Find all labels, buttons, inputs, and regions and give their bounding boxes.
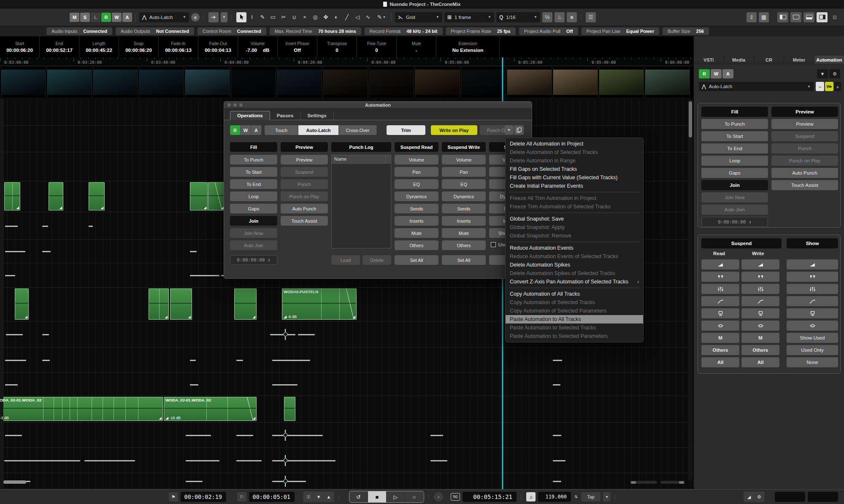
right-tab-automation[interactable]: Automation (814, 56, 844, 64)
right-tab-meter[interactable]: Meter (784, 56, 814, 64)
suspend-read-others-button[interactable]: Others (395, 240, 438, 250)
info-field-snap[interactable]: Snap00:00:06:20 (119, 36, 159, 57)
right-tab-cr[interactable]: CR (754, 56, 784, 64)
menu-item[interactable]: Freeze All Trim Automation in Project (506, 194, 643, 202)
traffic-light-buttons[interactable] (227, 103, 243, 107)
fill-join-button[interactable]: Join (701, 180, 768, 190)
automation-tab-operations[interactable]: Operations (230, 111, 270, 120)
fill-gaps-button[interactable]: Gaps (701, 168, 768, 178)
video-thumbnail[interactable] (185, 66, 230, 98)
info-field-mute[interactable]: Mute- (397, 36, 436, 57)
audio-event-clip[interactable] (284, 397, 295, 421)
automation-r-button[interactable]: R (230, 125, 241, 135)
hand-tool-icon[interactable]: ✤ (321, 12, 331, 22)
suspend-write-others-button[interactable]: Others (442, 240, 486, 250)
track-lane[interactable] (0, 448, 693, 473)
show-none-button[interactable]: None (787, 357, 838, 367)
menu-item[interactable]: Delete Automation Spikes of Selected Tra… (506, 269, 643, 278)
menu-item[interactable]: Global Snapshot: Apply (506, 223, 643, 232)
suspend-write-dynamics-button[interactable] (741, 296, 779, 306)
quantize-combo[interactable]: Q 1/16▼ (496, 12, 540, 22)
right-locator-flag-icon[interactable]: ⚐ (237, 492, 246, 501)
show-used-only-button[interactable]: Used Only (787, 345, 838, 355)
record-button[interactable]: ○ (405, 491, 424, 502)
tempo-value[interactable]: 119.000 (538, 492, 571, 502)
automation-point-diamond[interactable] (283, 458, 288, 463)
preview-preview-button[interactable]: Preview (281, 155, 328, 164)
audio-event-clip[interactable]: WODA0.PUSTELN◢ -6 dB◢ (282, 288, 357, 320)
suspend-write-inserts-button[interactable]: Inserts (442, 216, 486, 226)
left-locator-time[interactable]: 00:00:02:19 (181, 492, 226, 502)
track-lane[interactable] (0, 373, 693, 396)
suspend-write-dynamics-button[interactable]: Dynamics (442, 191, 486, 201)
audio-event-clip[interactable]: ◢ (170, 288, 192, 320)
zoom-tool-icon[interactable]: ◎ (310, 12, 320, 22)
transport-settings-gear-icon[interactable]: ⚙ (755, 492, 764, 501)
suspend-read-inserts-button[interactable] (701, 321, 739, 331)
audio-event-clip[interactable]: ◢ (208, 182, 225, 210)
tap-tempo-button[interactable]: Tap (581, 492, 601, 501)
suspend-read-dynamics-button[interactable] (701, 296, 739, 306)
left-zone-toggle[interactable] (777, 12, 788, 22)
track-list-splitter[interactable] (0, 99, 3, 489)
suspend-read-eq-button[interactable]: EQ (395, 179, 438, 189)
timecode-badge[interactable]: TC (451, 493, 460, 501)
mode-auto-latch-button[interactable]: Auto-Latch (298, 125, 339, 135)
automation-point-diamond[interactable] (283, 478, 288, 484)
punch-log-header[interactable]: Punch Log (331, 142, 391, 152)
menu-item[interactable]: Create Initial Parameter Events (506, 182, 643, 190)
fill-to-end-button[interactable]: To End (701, 143, 768, 154)
tempo-menu-icon[interactable]: ▼ (603, 492, 611, 501)
play-button[interactable]: ▷ (387, 491, 405, 502)
nudge-menu-icon[interactable]: ▼ (221, 12, 227, 22)
track-lane[interactable]: WODA_02-01.WODA_02◢ -3 dB◢WODA_02-01.WOD… (0, 396, 693, 423)
video-thumbnail[interactable] (231, 66, 276, 98)
menu-item[interactable]: Delete Automation Spikes (506, 261, 643, 269)
menu-item[interactable]: Freeze Trim Automation of Selected Track… (506, 202, 643, 211)
video-thumbnail[interactable] (139, 66, 184, 98)
right-tab-vsti[interactable]: VSTi (694, 56, 724, 64)
suspend-read-volume-button[interactable]: Volume (395, 155, 438, 164)
video-thumbnail[interactable] (277, 66, 322, 98)
info-field-fine-tune[interactable]: Fine-Tune0 (357, 36, 397, 57)
play-tool-icon[interactable]: ◁ (352, 12, 362, 22)
tempo-track-icon[interactable]: ♫ (526, 492, 536, 501)
audio-alignment-icon[interactable]: ♨ (555, 12, 565, 22)
show-pan-button[interactable] (787, 272, 838, 282)
suspend-read-sends-button[interactable] (701, 308, 739, 318)
suspend-section-header[interactable]: Suspend (701, 238, 782, 248)
track-lane[interactable] (0, 348, 693, 373)
fill-time-field[interactable]: 0:00:00:00 ↕ (701, 217, 768, 227)
suspend-read-m-button[interactable]: M (701, 333, 739, 343)
object-selection-tool-icon[interactable] (236, 12, 246, 22)
menu-item[interactable]: Paste Automation to All Tracks (506, 315, 643, 323)
automation-point-diamond[interactable] (283, 432, 288, 438)
audio-event-clip[interactable]: ◢ (15, 288, 29, 320)
trim-mode-button[interactable]: ⌣ (816, 82, 824, 91)
left-locator-flag-icon[interactable]: ⚑ (169, 492, 178, 501)
preview-punch-button[interactable]: Punch (771, 143, 838, 154)
punch-lock-icon[interactable]: ⚿ (304, 492, 313, 501)
preview-touch-assist-button[interactable]: Touch Assist (771, 180, 838, 190)
set-all-button[interactable]: Set All (395, 255, 438, 265)
menu-item[interactable]: Paste Automation to Selected Parameters (506, 332, 643, 340)
video-thumbnail[interactable] (599, 66, 644, 98)
punch-in-icon[interactable]: ▼ (314, 492, 323, 501)
video-thumbnail[interactable] (1, 66, 46, 98)
preview-punch-on-play-button[interactable]: Punch on Play (771, 156, 838, 166)
preview-punch-on-play-button[interactable]: Punch on Play (281, 191, 328, 201)
video-thumbnail[interactable] (461, 66, 506, 98)
draw-tool-icon[interactable]: ✎ (257, 12, 268, 22)
primary-time-display[interactable]: 00:05:15:21 (463, 492, 517, 502)
suspend-read-header[interactable]: Suspend Read (395, 142, 438, 152)
audio-event-clip[interactable]: ◢ (190, 182, 208, 210)
fill-time-field[interactable]: 0:00:00:00 ↕ (230, 255, 277, 265)
suspend-write-eq-button[interactable] (741, 284, 779, 294)
suspend-read-inserts-button[interactable]: Inserts (395, 216, 438, 226)
punch-out-icon[interactable]: ▲ (324, 492, 333, 501)
show-eq-button[interactable] (787, 284, 838, 294)
suspend-write-pan-button[interactable] (741, 272, 779, 282)
show-sends-button[interactable] (787, 308, 838, 318)
functions-menu-button[interactable]: ▼ (817, 69, 828, 78)
extra-display-field-2[interactable] (808, 492, 838, 502)
